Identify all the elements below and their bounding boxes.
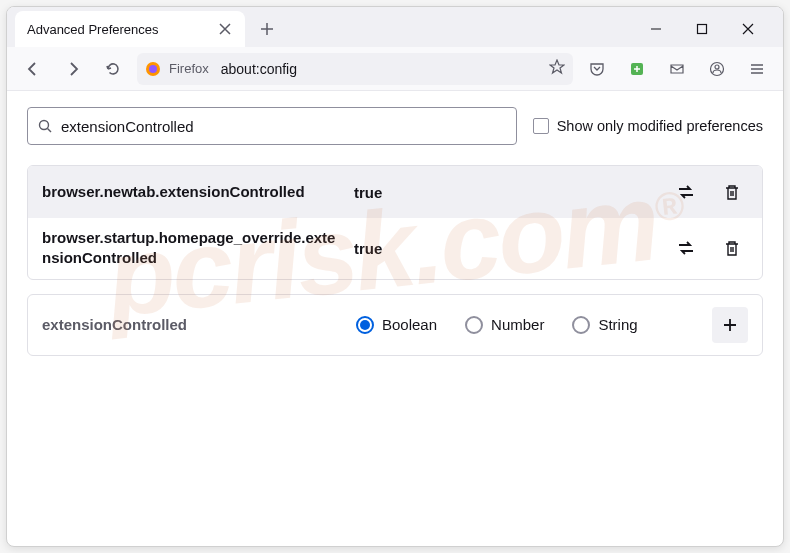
toggle-button[interactable] [670, 232, 702, 264]
radio-string[interactable]: String [572, 316, 637, 334]
add-pref-name: extensionControlled [42, 316, 342, 333]
search-input[interactable] [61, 118, 506, 135]
checkbox-label: Show only modified preferences [557, 118, 763, 134]
address-bar[interactable]: Firefox about:config [137, 53, 573, 85]
search-box[interactable] [27, 107, 517, 145]
radio-icon [356, 316, 374, 334]
firefox-icon [145, 61, 161, 77]
tab-title: Advanced Preferences [27, 22, 217, 37]
extension-icon[interactable] [621, 53, 653, 85]
modified-only-checkbox[interactable]: Show only modified preferences [533, 118, 763, 134]
search-row: Show only modified preferences [27, 107, 763, 145]
preferences-list: browser.newtab.extensionControlled true … [27, 165, 763, 280]
address-label: Firefox [169, 61, 209, 76]
pocket-icon[interactable] [581, 53, 613, 85]
checkbox-icon [533, 118, 549, 134]
new-tab-button[interactable] [251, 13, 283, 45]
close-tab-icon[interactable] [217, 21, 233, 37]
reload-button[interactable] [97, 53, 129, 85]
radio-number[interactable]: Number [465, 316, 544, 334]
pref-row: browser.startup.homepage_override.extens… [28, 218, 762, 279]
search-icon [38, 119, 53, 134]
account-icon[interactable] [701, 53, 733, 85]
radio-label: String [598, 316, 637, 333]
type-radio-group: Boolean Number String [356, 316, 698, 334]
mail-icon[interactable] [661, 53, 693, 85]
svg-point-5 [715, 65, 719, 69]
toggle-button[interactable] [670, 176, 702, 208]
content-area: Show only modified preferences browser.n… [7, 91, 783, 372]
pref-name: browser.startup.homepage_override.extens… [42, 228, 342, 269]
tab-bar: Advanced Preferences [7, 7, 783, 47]
radio-icon [465, 316, 483, 334]
window-controls [641, 14, 775, 44]
delete-button[interactable] [716, 176, 748, 208]
maximize-button[interactable] [687, 14, 717, 44]
pref-value: true [354, 184, 658, 201]
close-window-button[interactable] [733, 14, 763, 44]
add-preference-row: extensionControlled Boolean Number Strin… [27, 294, 763, 356]
pref-value: true [354, 240, 658, 257]
minimize-button[interactable] [641, 14, 671, 44]
nav-bar: Firefox about:config [7, 47, 783, 91]
delete-button[interactable] [716, 232, 748, 264]
radio-label: Boolean [382, 316, 437, 333]
radio-icon [572, 316, 590, 334]
svg-rect-0 [698, 25, 707, 34]
browser-tab[interactable]: Advanced Preferences [15, 11, 245, 47]
radio-label: Number [491, 316, 544, 333]
svg-point-6 [40, 120, 49, 129]
forward-button[interactable] [57, 53, 89, 85]
menu-button[interactable] [741, 53, 773, 85]
pref-name: browser.newtab.extensionControlled [42, 182, 342, 202]
radio-boolean[interactable]: Boolean [356, 316, 437, 334]
add-button[interactable] [712, 307, 748, 343]
svg-point-2 [149, 65, 157, 73]
bookmark-star-icon[interactable] [549, 59, 565, 79]
back-button[interactable] [17, 53, 49, 85]
address-url: about:config [221, 61, 297, 77]
pref-row: browser.newtab.extensionControlled true [28, 166, 762, 218]
